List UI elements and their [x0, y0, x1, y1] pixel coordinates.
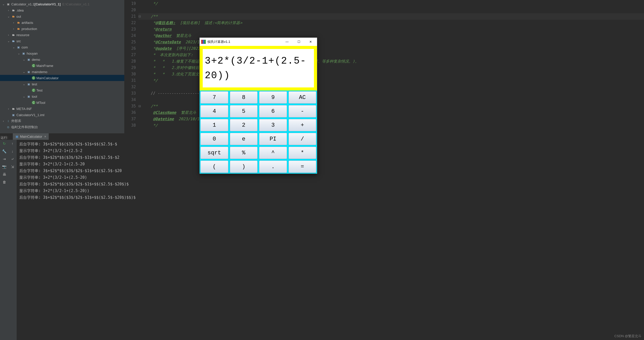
tree-label: houyan: [27, 52, 38, 55]
tree-label: src: [16, 39, 21, 43]
close-icon[interactable]: ×: [44, 135, 46, 138]
tree-item-production[interactable]: ›🖿production: [0, 26, 124, 32]
calc-key-sqrt[interactable]: sqrt: [200, 147, 228, 159]
tree-arrow-icon[interactable]: ›: [2, 119, 5, 123]
scroll-icon[interactable]: ⇲: [10, 164, 15, 169]
calc-key-9[interactable]: 9: [259, 91, 287, 104]
window-titlebar[interactable]: 侯氏计算器v1.1 — ☐ ✕: [200, 38, 317, 46]
tree-label: MTool: [36, 101, 45, 105]
tree-label: .idea: [16, 8, 24, 12]
calc-key-^[interactable]: ^: [259, 147, 287, 159]
print-icon[interactable]: 🖶: [2, 172, 7, 177]
tree-item-tool[interactable]: ⌄▣tool: [0, 93, 124, 99]
tree-item-META-INF[interactable]: ›🖿META-INF: [0, 106, 124, 112]
calc-key-3[interactable]: 3: [259, 119, 287, 131]
tree-label: com: [22, 45, 28, 49]
calc-key--[interactable]: -: [289, 105, 316, 117]
tree-label: META-INF: [16, 107, 32, 111]
calc-key-1[interactable]: 1: [200, 119, 228, 131]
run-tab-label: MainCalculator: [20, 135, 42, 138]
rerun-icon[interactable]: ↻: [2, 141, 7, 146]
tree-arrow-icon[interactable]: ⌄: [22, 58, 26, 61]
tree-item-demo[interactable]: ⌄▣demo: [0, 56, 124, 63]
tree-arrow-icon[interactable]: ⌄: [2, 3, 5, 6]
calc-key-+[interactable]: +: [289, 119, 316, 131]
tree-arrow-icon[interactable]: ⌄: [22, 70, 26, 74]
tree-item-Calculator_v1.1[interactable]: ⌄▣Calculator_v1.1 [CalculatorV1_1]E:\Cal…: [0, 1, 124, 7]
calc-key-PI[interactable]: PI: [259, 133, 287, 145]
tree-item-maindemo[interactable]: ⌄▣maindemo: [0, 69, 124, 75]
tree-label: 外部库: [11, 119, 21, 123]
export-icon[interactable]: ⇥: [2, 157, 7, 161]
calc-display: 3+2*(3/2-1+(2.5-20)): [203, 49, 314, 87]
run-console[interactable]: 后台字符串: 3$+$2$*$$($3$/$2$-$1$+$$($2.5$-$ …: [17, 140, 644, 340]
tree-label: out: [16, 15, 21, 18]
run-tab[interactable]: ▣ MainCalculator ×: [13, 133, 49, 140]
down-icon[interactable]: ↓: [10, 149, 15, 154]
tree-item-out[interactable]: ⌄🖿out: [0, 13, 124, 19]
tree-item-外部库[interactable]: ›⫴外部库: [0, 118, 124, 124]
minimize-button[interactable]: —: [281, 38, 293, 46]
tree-arrow-icon[interactable]: ⌄: [7, 39, 10, 43]
tree-label: Calculator_v1.1: [11, 2, 34, 6]
delete-icon[interactable]: 🗑: [2, 180, 7, 184]
tree-item-houyan[interactable]: ⌄▣houyan: [0, 50, 124, 56]
tree-arrow-icon[interactable]: ›: [7, 33, 10, 36]
project-tree-panel: ⌄▣Calculator_v1.1 [CalculatorV1_1]E:\Cal…: [0, 0, 124, 133]
calc-key-4[interactable]: 4: [200, 105, 228, 117]
calc-key-%[interactable]: %: [230, 147, 258, 159]
calc-key-([interactable]: (: [200, 161, 228, 173]
camera-icon[interactable]: 📷: [2, 164, 7, 169]
calc-key-AC[interactable]: AC: [289, 91, 316, 104]
calc-key-5[interactable]: 5: [230, 105, 258, 117]
tree-item-artifacts[interactable]: ›🖿artifacts: [0, 19, 124, 26]
calc-key-7[interactable]: 7: [200, 91, 228, 104]
tree-arrow-icon[interactable]: ›: [7, 9, 10, 12]
calc-key-e[interactable]: e: [230, 133, 258, 145]
tree-label: CalculatorV1_1.iml: [16, 113, 44, 117]
tree-item-test[interactable]: ⌄▣test: [0, 81, 124, 87]
tree-label: demo: [32, 58, 40, 62]
tree-item-临时文件和控制台[interactable]: ⧉临时文件和控制台: [0, 124, 124, 130]
tree-item-MainFrame[interactable]: CMainFrame: [0, 63, 124, 69]
tree-item-Test[interactable]: CTest: [0, 87, 124, 93]
settings-icon[interactable]: 🔧: [2, 149, 7, 154]
maximize-button[interactable]: ☐: [293, 38, 305, 46]
tree-item-MTool[interactable]: CMTool: [0, 99, 124, 106]
tree-arrow-icon[interactable]: ›: [7, 107, 10, 110]
up-icon[interactable]: ↑: [10, 141, 15, 146]
run-toolbar: ↻ ↑ 🔧 ↓ ⇥ ⤶ 📷 ⇲ 🖶 🗑: [0, 140, 17, 340]
tree-item-.idea[interactable]: ›🖿.idea: [0, 7, 124, 13]
calc-key-*[interactable]: *: [289, 147, 316, 159]
calc-key-=[interactable]: =: [289, 161, 316, 173]
calc-key-2[interactable]: 2: [230, 119, 258, 131]
calc-key-6[interactable]: 6: [259, 105, 287, 117]
calc-key-.[interactable]: .: [259, 161, 287, 173]
tree-arrow-icon[interactable]: ›: [12, 27, 15, 30]
tree-label: MainCalculator: [36, 76, 59, 80]
tree-item-resource[interactable]: ›🖿resource: [0, 32, 124, 38]
tree-arrow-icon[interactable]: ⌄: [17, 52, 21, 55]
tree-label: MainFrame: [36, 64, 53, 68]
tree-item-CalculatorV1_1.iml[interactable]: ▣CalculatorV1_1.iml: [0, 112, 124, 118]
tree-arrow-icon[interactable]: ⌄: [12, 46, 15, 49]
tree-item-MainCalculator[interactable]: CMainCalculator: [0, 75, 124, 81]
tree-arrow-icon[interactable]: ⌄: [22, 95, 26, 98]
tree-label: test: [32, 82, 37, 86]
calc-key-0[interactable]: 0: [200, 133, 228, 145]
calc-key-/[interactable]: /: [289, 133, 316, 145]
close-button[interactable]: ✕: [305, 38, 316, 46]
calculator-window: 侯氏计算器v1.1 — ☐ ✕ 3+2*(3/2-1+(2.5-20)) 789…: [199, 37, 317, 174]
wrap-icon[interactable]: ⤶: [10, 157, 15, 161]
calc-key-)[interactable]: ): [230, 161, 258, 173]
tree-arrow-icon[interactable]: ⌄: [7, 15, 10, 18]
calc-key-8[interactable]: 8: [230, 91, 258, 104]
tree-item-com[interactable]: ⌄▣com: [0, 44, 124, 50]
tree-label: artifacts: [22, 21, 33, 25]
tree-arrow-icon[interactable]: ⌄: [22, 83, 26, 86]
tree-label: 临时文件和控制台: [11, 125, 38, 129]
tree-arrow-icon[interactable]: ›: [12, 21, 15, 24]
tree-item-src[interactable]: ⌄🖿src: [0, 38, 124, 44]
tree-label: maindemo: [32, 70, 47, 74]
watermark: CSDN @繁星北斗: [614, 334, 641, 338]
